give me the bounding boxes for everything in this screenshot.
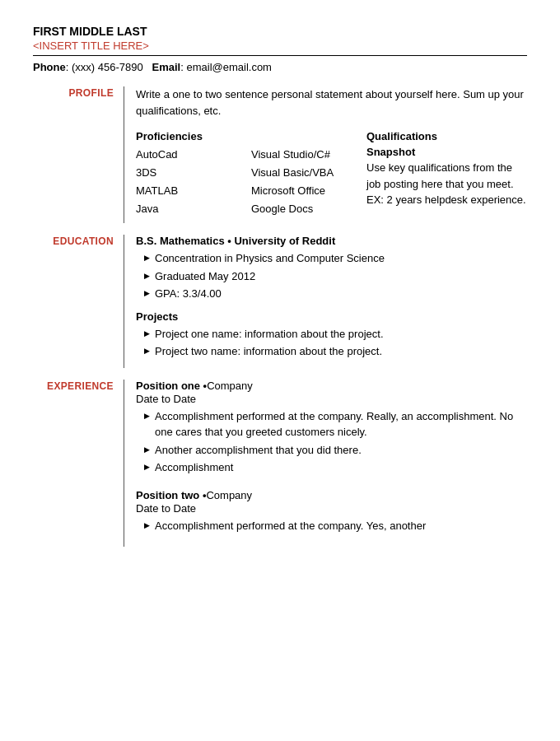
email-value: email@email.com bbox=[186, 61, 272, 73]
email-label: Email bbox=[152, 61, 181, 73]
education-bullets: Concentration in Physics and Computer Sc… bbox=[136, 250, 527, 302]
prof-item-7: Microsoft Office bbox=[251, 182, 366, 200]
position-1-dates: Date to Date bbox=[136, 393, 527, 405]
pos1-accomplishment-1: Accomplishment performed at the company.… bbox=[136, 408, 527, 440]
proficiencies-col2-spacer bbox=[251, 130, 366, 142]
experience-content: Position one •Company Date to Date Accom… bbox=[124, 380, 527, 548]
skills-grid: Proficiencies AutoCad 3DS MATLAB Java Vi… bbox=[136, 130, 527, 218]
projects-bullets: Project one name: information about the … bbox=[136, 326, 527, 360]
prof-item-3: MATLAB bbox=[136, 182, 251, 200]
header: FIRST MIDDLE LAST <INSERT TITLE HERE> Ph… bbox=[33, 25, 527, 73]
degree-title: B.S. Mathematics • University of Reddit bbox=[136, 235, 527, 247]
pos1-accomplishment-3: Accomplishment bbox=[136, 459, 527, 476]
edu-bullet-3: GPA: 3.3/4.00 bbox=[136, 286, 527, 302]
edu-bullet-2: Graduated May 2012 bbox=[136, 268, 527, 285]
profile-section: PROFILE Write a one to two sentence pers… bbox=[33, 86, 527, 223]
position-2-bullets: Accomplishment performed at the company.… bbox=[136, 518, 527, 534]
pos1-accomplishment-2: Another accomplishment that you did ther… bbox=[136, 442, 527, 459]
pos2-accomplishment-1: Accomplishment performed at the company.… bbox=[136, 518, 527, 534]
position-1: Position one •Company Date to Date Accom… bbox=[136, 380, 527, 476]
prof-item-4: Java bbox=[136, 200, 251, 218]
university-name: University of Reddit bbox=[234, 235, 335, 247]
projects-title: Projects bbox=[136, 310, 527, 323]
title-placeholder: <INSERT TITLE HERE> bbox=[33, 40, 527, 52]
education-content: B.S. Mathematics • University of Reddit … bbox=[124, 235, 527, 368]
position-2: Position two •Company Date to Date Accom… bbox=[136, 489, 527, 534]
project-1: Project one name: information about the … bbox=[136, 326, 527, 343]
profile-content: Write a one to two sentence personal sta… bbox=[124, 86, 527, 223]
project-2: Project two name: information about the … bbox=[136, 343, 527, 360]
experience-section: EXPERIENCE Position one •Company Date to… bbox=[33, 380, 527, 548]
position-2-title: Position two •Company bbox=[136, 489, 527, 501]
prof-item-1: AutoCad bbox=[136, 146, 251, 164]
snapshot-title: Snapshot bbox=[366, 146, 527, 158]
profile-statement: Write a one to two sentence personal sta… bbox=[136, 86, 527, 119]
header-divider bbox=[33, 55, 527, 56]
proficiencies-header: Proficiencies bbox=[136, 130, 251, 142]
position-1-title: Position one •Company bbox=[136, 380, 527, 392]
prof-item-5: Visual Studio/C# bbox=[251, 146, 366, 164]
position-2-company: Company bbox=[206, 489, 252, 501]
snapshot-text: Use key qualifications from the job post… bbox=[366, 160, 527, 208]
qualifications-col: Qualifications Snapshot Use key qualific… bbox=[366, 130, 527, 218]
degree-name: B.S. Mathematics bbox=[136, 235, 225, 247]
prof-item-6: Visual Basic/VBA bbox=[251, 164, 366, 182]
prof-item-8: Google Docs bbox=[251, 200, 366, 218]
proficiencies-col1: Proficiencies AutoCad 3DS MATLAB Java bbox=[136, 130, 251, 218]
proficiencies-col2: Visual Studio/C# Visual Basic/VBA Micros… bbox=[251, 130, 366, 218]
position-1-company: Company bbox=[207, 380, 253, 392]
prof-item-2: 3DS bbox=[136, 164, 251, 182]
qualifications-header: Qualifications bbox=[366, 130, 527, 142]
position-1-bullets: Accomplishment performed at the company.… bbox=[136, 408, 527, 476]
experience-label: EXPERIENCE bbox=[33, 380, 124, 548]
profile-label: PROFILE bbox=[33, 86, 124, 223]
education-label: EDUCATION bbox=[33, 235, 124, 368]
education-section: EDUCATION B.S. Mathematics • University … bbox=[33, 235, 527, 368]
full-name: FIRST MIDDLE LAST bbox=[33, 25, 527, 38]
position-2-dates: Date to Date bbox=[136, 502, 527, 515]
edu-bullet-1: Concentration in Physics and Computer Sc… bbox=[136, 250, 527, 267]
phone-value: (xxx) 456-7890 bbox=[72, 61, 143, 73]
phone-label: Phone bbox=[33, 61, 66, 73]
contact-info: Phone: (xxx) 456-7890 Email: email@email… bbox=[33, 61, 527, 73]
